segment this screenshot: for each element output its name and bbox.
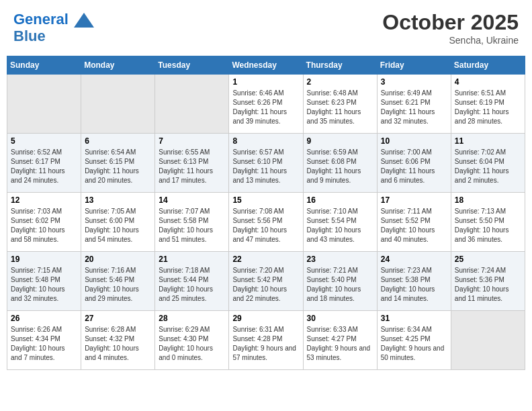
day-info: Sunrise: 7:24 AM Sunset: 5:36 PM Dayligh…: [455, 266, 521, 304]
day-info: Sunrise: 7:16 AM Sunset: 5:46 PM Dayligh…: [85, 266, 151, 304]
day-number: 19: [11, 255, 77, 264]
day-info: Sunrise: 6:31 AM Sunset: 4:28 PM Dayligh…: [232, 325, 299, 363]
location-subtitle: Sencha, Ukraine: [382, 35, 519, 46]
calendar-cell: 20Sunrise: 7:16 AM Sunset: 5:46 PM Dayli…: [81, 252, 155, 311]
svg-marker-0: [74, 13, 94, 28]
day-number: 30: [307, 314, 373, 323]
day-info: Sunrise: 7:18 AM Sunset: 5:44 PM Dayligh…: [159, 266, 225, 304]
calendar-week-row: 1Sunrise: 6:46 AM Sunset: 6:26 PM Daylig…: [7, 75, 525, 134]
day-info: Sunrise: 6:28 AM Sunset: 4:32 PM Dayligh…: [85, 325, 151, 363]
day-info: Sunrise: 6:49 AM Sunset: 6:21 PM Dayligh…: [381, 89, 447, 126]
calendar-cell: 13Sunrise: 7:05 AM Sunset: 6:00 PM Dayli…: [81, 193, 155, 252]
day-number: 23: [307, 255, 373, 264]
day-number: 15: [232, 195, 299, 205]
day-number: 8: [232, 136, 299, 146]
day-number: 5: [11, 136, 77, 146]
day-info: Sunrise: 7:15 AM Sunset: 5:48 PM Dayligh…: [11, 266, 77, 304]
logo-icon: [74, 10, 94, 30]
weekday-header: Friday: [377, 56, 451, 75]
day-number: 16: [307, 195, 373, 205]
day-number: 13: [85, 195, 151, 205]
calendar-cell: 6Sunrise: 6:54 AM Sunset: 6:15 PM Daylig…: [81, 134, 155, 193]
day-number: 6: [85, 136, 151, 146]
calendar-cell: 18Sunrise: 7:13 AM Sunset: 5:50 PM Dayli…: [451, 193, 525, 252]
calendar-week-row: 19Sunrise: 7:15 AM Sunset: 5:48 PM Dayli…: [7, 252, 525, 311]
weekday-header: Monday: [81, 56, 155, 75]
day-number: 1: [232, 77, 299, 87]
day-info: Sunrise: 6:34 AM Sunset: 4:25 PM Dayligh…: [381, 325, 447, 363]
day-number: 27: [85, 314, 151, 323]
month-title: October 2025: [382, 10, 519, 35]
calendar-cell: 3Sunrise: 6:49 AM Sunset: 6:21 PM Daylig…: [377, 75, 451, 134]
weekday-header: Saturday: [451, 56, 525, 75]
calendar-cell: 15Sunrise: 7:08 AM Sunset: 5:56 PM Dayli…: [229, 193, 303, 252]
calendar-cell: 7Sunrise: 6:55 AM Sunset: 6:13 PM Daylig…: [155, 134, 229, 193]
day-info: Sunrise: 7:07 AM Sunset: 5:58 PM Dayligh…: [159, 207, 225, 244]
calendar-cell: 22Sunrise: 7:20 AM Sunset: 5:42 PM Dayli…: [229, 252, 303, 311]
day-number: 29: [232, 314, 299, 323]
day-number: 12: [11, 195, 77, 205]
day-info: Sunrise: 7:20 AM Sunset: 5:42 PM Dayligh…: [232, 266, 299, 304]
day-number: 3: [381, 77, 447, 87]
calendar-cell: [451, 311, 525, 370]
day-number: 17: [381, 195, 447, 205]
day-number: 20: [85, 255, 151, 264]
calendar-cell: 10Sunrise: 7:00 AM Sunset: 6:06 PM Dayli…: [377, 134, 451, 193]
calendar-table: SundayMondayTuesdayWednesdayThursdayFrid…: [7, 56, 525, 370]
day-number: 21: [159, 255, 225, 264]
calendar-cell: 24Sunrise: 7:23 AM Sunset: 5:38 PM Dayli…: [377, 252, 451, 311]
day-info: Sunrise: 6:33 AM Sunset: 4:27 PM Dayligh…: [307, 325, 373, 363]
calendar-cell: 17Sunrise: 7:11 AM Sunset: 5:52 PM Dayli…: [377, 193, 451, 252]
calendar-cell: 4Sunrise: 6:51 AM Sunset: 6:19 PM Daylig…: [451, 75, 525, 134]
day-number: 28: [159, 314, 225, 323]
day-number: 9: [307, 136, 373, 146]
day-number: 31: [381, 314, 447, 323]
calendar-cell: 9Sunrise: 6:59 AM Sunset: 6:08 PM Daylig…: [303, 134, 377, 193]
calendar-cell: [155, 75, 229, 134]
day-number: 11: [455, 136, 521, 146]
calendar-cell: 1Sunrise: 6:46 AM Sunset: 6:26 PM Daylig…: [229, 75, 303, 134]
calendar-cell: 19Sunrise: 7:15 AM Sunset: 5:48 PM Dayli…: [7, 252, 81, 311]
day-info: Sunrise: 6:29 AM Sunset: 4:30 PM Dayligh…: [159, 325, 225, 363]
day-info: Sunrise: 7:23 AM Sunset: 5:38 PM Dayligh…: [381, 266, 447, 304]
day-info: Sunrise: 7:02 AM Sunset: 6:04 PM Dayligh…: [455, 148, 521, 185]
day-number: 18: [455, 195, 521, 205]
calendar-cell: 25Sunrise: 7:24 AM Sunset: 5:36 PM Dayli…: [451, 252, 525, 311]
calendar-cell: 30Sunrise: 6:33 AM Sunset: 4:27 PM Dayli…: [303, 311, 377, 370]
day-info: Sunrise: 7:21 AM Sunset: 5:40 PM Dayligh…: [307, 266, 373, 304]
day-info: Sunrise: 7:10 AM Sunset: 5:54 PM Dayligh…: [307, 207, 373, 244]
calendar-cell: 31Sunrise: 6:34 AM Sunset: 4:25 PM Dayli…: [377, 311, 451, 370]
day-number: 22: [232, 255, 299, 264]
day-number: 25: [455, 255, 521, 264]
weekday-header: Tuesday: [155, 56, 229, 75]
calendar-cell: 21Sunrise: 7:18 AM Sunset: 5:44 PM Dayli…: [155, 252, 229, 311]
calendar-cell: 16Sunrise: 7:10 AM Sunset: 5:54 PM Dayli…: [303, 193, 377, 252]
weekday-header: Thursday: [303, 56, 377, 75]
weekday-header-row: SundayMondayTuesdayWednesdayThursdayFrid…: [7, 56, 525, 75]
day-info: Sunrise: 6:54 AM Sunset: 6:15 PM Dayligh…: [85, 148, 151, 185]
calendar-cell: 11Sunrise: 7:02 AM Sunset: 6:04 PM Dayli…: [451, 134, 525, 193]
calendar-cell: 26Sunrise: 6:26 AM Sunset: 4:34 PM Dayli…: [7, 311, 81, 370]
calendar-cell: 5Sunrise: 6:52 AM Sunset: 6:17 PM Daylig…: [7, 134, 81, 193]
calendar-cell: 28Sunrise: 6:29 AM Sunset: 4:30 PM Dayli…: [155, 311, 229, 370]
page-header: General Blue October 2025 Sencha, Ukrain…: [7, 7, 525, 49]
day-number: 2: [307, 77, 373, 87]
day-number: 10: [381, 136, 447, 146]
day-number: 4: [455, 77, 521, 87]
day-info: Sunrise: 6:48 AM Sunset: 6:23 PM Dayligh…: [307, 89, 373, 126]
day-number: 24: [381, 255, 447, 264]
day-number: 14: [159, 195, 225, 205]
calendar-cell: 12Sunrise: 7:03 AM Sunset: 6:02 PM Dayli…: [7, 193, 81, 252]
day-info: Sunrise: 7:05 AM Sunset: 6:00 PM Dayligh…: [85, 207, 151, 244]
weekday-header: Sunday: [7, 56, 81, 75]
logo: General Blue: [13, 10, 94, 45]
day-info: Sunrise: 6:55 AM Sunset: 6:13 PM Dayligh…: [159, 148, 225, 185]
calendar-cell: 14Sunrise: 7:07 AM Sunset: 5:58 PM Dayli…: [155, 193, 229, 252]
calendar-cell: 29Sunrise: 6:31 AM Sunset: 4:28 PM Dayli…: [229, 311, 303, 370]
calendar-cell: [7, 75, 81, 134]
day-info: Sunrise: 6:51 AM Sunset: 6:19 PM Dayligh…: [455, 89, 521, 126]
calendar-cell: 2Sunrise: 6:48 AM Sunset: 6:23 PM Daylig…: [303, 75, 377, 134]
calendar-cell: 8Sunrise: 6:57 AM Sunset: 6:10 PM Daylig…: [229, 134, 303, 193]
title-block: October 2025 Sencha, Ukraine: [382, 10, 519, 46]
day-info: Sunrise: 6:57 AM Sunset: 6:10 PM Dayligh…: [232, 148, 299, 185]
